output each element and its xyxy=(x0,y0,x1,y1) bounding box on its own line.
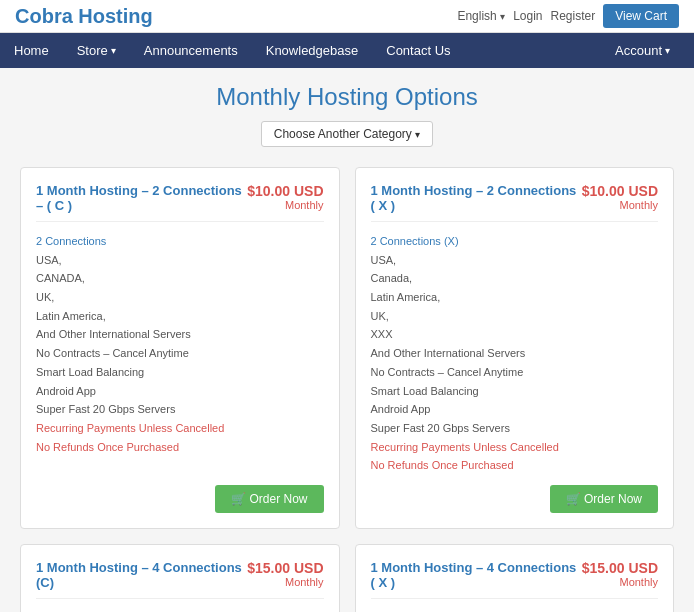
feature-warning: Recurring Payments Unless Cancelled xyxy=(36,419,324,438)
feature-item: Canada, xyxy=(371,269,659,288)
card-header: 1 Month Hosting – 4 Connections (C) $15.… xyxy=(36,560,324,599)
nav-right: Account ▾ xyxy=(601,33,694,68)
feature-item: Smart Load Balancing xyxy=(371,382,659,401)
product-card-3: 1 Month Hosting – 4 Connections (C) $15.… xyxy=(20,544,340,612)
card-price: $15.00 USD Monthly xyxy=(247,560,323,588)
feature-item: And Other International Servers xyxy=(371,344,659,363)
login-link[interactable]: Login xyxy=(513,9,542,23)
product-card-4: 1 Month Hosting – 4 Connections ( X ) $1… xyxy=(355,544,675,612)
price-amount: $15.00 USD xyxy=(582,560,658,576)
language-chevron-icon: ▾ xyxy=(500,11,505,22)
category-dropdown: Choose Another Category ▾ xyxy=(20,121,674,147)
top-right-nav: English ▾ Login Register View Cart xyxy=(457,4,679,28)
feature-item: USA, xyxy=(371,251,659,270)
nav-store[interactable]: Store ▾ xyxy=(63,33,130,68)
card-footer: 🛒 Order Now xyxy=(36,485,324,513)
feature-item: Latin America, xyxy=(36,307,324,326)
nav-contact[interactable]: Contact Us xyxy=(372,33,464,68)
card-header: 1 Month Hosting – 4 Connections ( X ) $1… xyxy=(371,560,659,599)
feature-item: Smart Load Balancing xyxy=(36,363,324,382)
language-selector[interactable]: English ▾ xyxy=(457,9,505,23)
store-chevron-icon: ▾ xyxy=(111,45,116,56)
feature-item: Android App xyxy=(371,400,659,419)
card-features: 2 Connections (X)USA,Canada,Latin Americ… xyxy=(371,232,659,475)
product-card-2: 1 Month Hosting – 2 Connections ( X ) $1… xyxy=(355,167,675,529)
feature-item: Android App xyxy=(36,382,324,401)
top-bar: Cobra Hosting English ▾ Login Register V… xyxy=(0,0,694,33)
page-content: Monthly Hosting Options Choose Another C… xyxy=(0,68,694,612)
nav-left: Home Store ▾ Announcements Knowledgebase… xyxy=(0,33,465,68)
category-chevron-icon: ▾ xyxy=(415,129,420,140)
order-button-2[interactable]: 🛒 Order Now xyxy=(550,485,658,513)
nav-home[interactable]: Home xyxy=(0,33,63,68)
feature-connections: 2 Connections (X) xyxy=(371,232,659,251)
card-title: 1 Month Hosting – 2 Connections ( X ) xyxy=(371,183,582,213)
register-link[interactable]: Register xyxy=(551,9,596,23)
nav-bar: Home Store ▾ Announcements Knowledgebase… xyxy=(0,33,694,68)
feature-warning: No Refunds Once Purchased xyxy=(36,438,324,457)
feature-item: CANADA, xyxy=(36,269,324,288)
price-period: Monthly xyxy=(247,576,323,588)
page-heading: Monthly Hosting Options xyxy=(20,83,674,111)
feature-item: No Contracts – Cancel Anytime xyxy=(36,344,324,363)
feature-item: UK, xyxy=(36,288,324,307)
feature-item: XXX xyxy=(371,325,659,344)
category-button[interactable]: Choose Another Category ▾ xyxy=(261,121,433,147)
price-amount: $15.00 USD xyxy=(247,560,323,576)
feature-warning: No Refunds Once Purchased xyxy=(371,456,659,475)
card-title: 1 Month Hosting – 2 Connections – ( C ) xyxy=(36,183,247,213)
feature-item: Super Fast 20 Gbps Servers xyxy=(36,400,324,419)
connections-link[interactable]: 2 Connections xyxy=(36,235,106,247)
product-card-1: 1 Month Hosting – 2 Connections – ( C ) … xyxy=(20,167,340,529)
nav-knowledgebase[interactable]: Knowledgebase xyxy=(252,33,373,68)
price-amount: $10.00 USD xyxy=(247,183,323,199)
card-price: $10.00 USD Monthly xyxy=(247,183,323,211)
feature-warning: Recurring Payments Unless Cancelled xyxy=(371,438,659,457)
price-period: Monthly xyxy=(582,576,658,588)
price-amount: $10.00 USD xyxy=(582,183,658,199)
feature-item: And Other International Servers xyxy=(36,325,324,344)
cart-button[interactable]: View Cart xyxy=(603,4,679,28)
card-header: 1 Month Hosting – 2 Connections ( X ) $1… xyxy=(371,183,659,222)
card-title: 1 Month Hosting – 4 Connections (C) xyxy=(36,560,247,590)
site-title: Cobra Hosting xyxy=(15,5,153,28)
feature-item: No Contracts – Cancel Anytime xyxy=(371,363,659,382)
order-button-1[interactable]: 🛒 Order Now xyxy=(215,485,323,513)
feature-item: Super Fast 20 Gbps Servers xyxy=(371,419,659,438)
product-grid: 1 Month Hosting – 2 Connections – ( C ) … xyxy=(20,167,674,612)
card-features: 2 ConnectionsUSA,CANADA,UK,Latin America… xyxy=(36,232,324,475)
card-price: $10.00 USD Monthly xyxy=(582,183,658,211)
nav-announcements[interactable]: Announcements xyxy=(130,33,252,68)
account-chevron-icon: ▾ xyxy=(665,45,670,56)
card-title: 1 Month Hosting – 4 Connections ( X ) xyxy=(371,560,582,590)
nav-account[interactable]: Account ▾ xyxy=(601,33,684,68)
feature-connections: 2 Connections xyxy=(36,232,324,251)
feature-item: UK, xyxy=(371,307,659,326)
price-period: Monthly xyxy=(582,199,658,211)
card-price: $15.00 USD Monthly xyxy=(582,560,658,588)
card-header: 1 Month Hosting – 2 Connections – ( C ) … xyxy=(36,183,324,222)
feature-item: USA, xyxy=(36,251,324,270)
price-period: Monthly xyxy=(247,199,323,211)
card-footer: 🛒 Order Now xyxy=(371,485,659,513)
feature-item: Latin America, xyxy=(371,288,659,307)
connections-link[interactable]: 2 Connections (X) xyxy=(371,235,459,247)
